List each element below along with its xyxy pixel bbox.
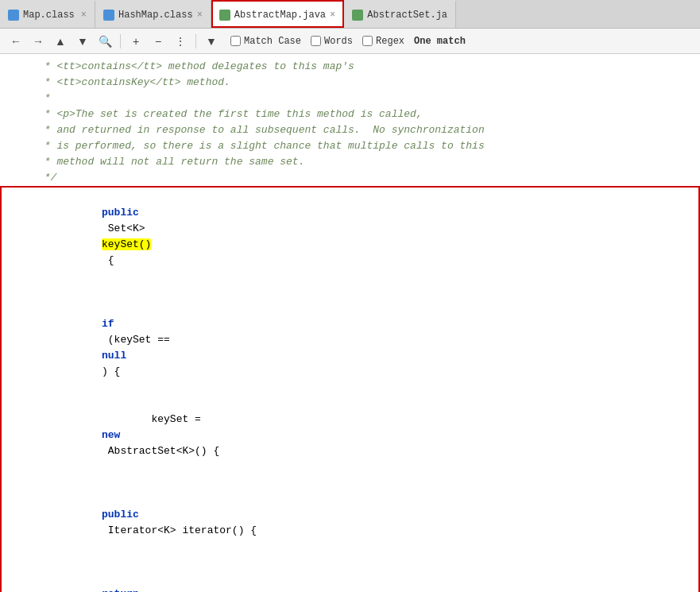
match-case-group: Match Case (230, 36, 301, 47)
tab-map[interactable]: Map.class × (0, 0, 95, 28)
tab-bar: Map.class × HashMap.class × AbstractMap.… (0, 0, 700, 29)
tab-map-label: Map.class (23, 10, 75, 21)
abstractmap-icon (219, 10, 230, 21)
comment-line-5: * and returned in response to all subseq… (35, 122, 700, 138)
more-button[interactable]: ⋮ (171, 32, 190, 51)
code-line-2: if (keySet == null ) { (37, 284, 692, 396)
highlighted-code-section: public Set<K> keySet() { if (keySet == n… (0, 186, 700, 592)
words-label: Words (324, 36, 353, 47)
sep2 (195, 34, 196, 48)
words-checkbox[interactable] (311, 36, 321, 46)
code-line-4: public Iterator<K> iterator() { (37, 475, 692, 555)
match-result: One match (414, 36, 466, 47)
up-button[interactable]: ▲ (51, 32, 70, 51)
comment-line-4: * <p>The set is created the first time t… (35, 106, 700, 122)
tab-abstractmap[interactable]: AbstractMap.java × (211, 0, 344, 28)
tab-hashmap[interactable]: HashMap.class × (95, 0, 211, 28)
match-case-checkbox[interactable] (230, 36, 241, 46)
filter-button[interactable]: ▼ (202, 32, 221, 51)
map-icon (8, 10, 19, 21)
comment-line-8: */ (35, 170, 700, 186)
tab-hashmap-close[interactable]: × (197, 10, 203, 21)
comment-line-3: * (35, 91, 700, 106)
forward-button[interactable]: → (29, 32, 48, 51)
tab-map-close[interactable]: × (81, 10, 87, 21)
regex-group: Regex (362, 36, 404, 47)
back-button[interactable]: ← (6, 32, 25, 51)
toolbar: ← → ▲ ▼ 🔍 + − ⋮ ▼ Match Case Words Regex… (0, 29, 700, 54)
search-icon-button[interactable]: 🔍 (95, 32, 114, 51)
comment-line-2: * <tt>containsKey</tt> method. (35, 75, 700, 91)
code-line-3: keySet = new AbstractSet<K>() { (37, 396, 692, 475)
tab-abstractmap-label: AbstractMap.java (234, 10, 326, 21)
tab-abstractset-label: AbstractSet.ja (367, 10, 447, 21)
code-area[interactable]: * <tt>contains</tt> method delegates to … (0, 54, 700, 592)
remove-button[interactable]: − (149, 32, 168, 51)
code-line-1: public Set<K> keySet() { (37, 189, 692, 284)
tab-abstractmap-close[interactable]: × (330, 10, 335, 21)
down-button[interactable]: ▼ (73, 32, 92, 51)
comment-line-1: * <tt>contains</tt> method delegates to … (35, 59, 700, 75)
tab-abstractset[interactable]: AbstractSet.ja (344, 0, 456, 28)
code-lines-container: public Set<K> keySet() { if (keySet == n… (2, 188, 698, 592)
regex-label: Regex (376, 36, 404, 47)
abstractset-icon (352, 10, 363, 21)
hashmap-icon (103, 10, 114, 21)
pre-comment-section: * <tt>contains</tt> method delegates to … (0, 57, 700, 186)
comment-line-7: * method will not all return the same se… (35, 154, 700, 170)
comment-line-6: * is performed, so there is a slight cha… (35, 138, 700, 154)
tab-hashmap-label: HashMap.class (118, 10, 193, 21)
code-line-5: return new Iterator<K>() { (37, 555, 692, 592)
regex-checkbox[interactable] (362, 36, 373, 46)
add-button[interactable]: + (126, 32, 145, 51)
match-case-label: Match Case (244, 36, 301, 47)
sep1 (120, 34, 121, 48)
words-group: Words (311, 36, 353, 47)
